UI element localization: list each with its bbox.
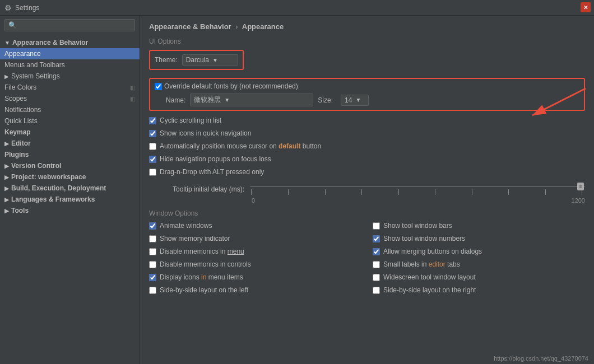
sidebar-item-keymap[interactable]: Keymap <box>0 127 140 138</box>
theme-value: Darcula <box>186 56 209 64</box>
sidebar-item-label: Appearance & Behavior <box>12 39 88 46</box>
sidebar-item-label: System Settings <box>11 72 60 80</box>
sidebar-item-scopes[interactable]: Scopes ◧ <box>0 93 140 104</box>
tick-mark <box>398 189 401 195</box>
checkbox-label: Automatically position mouse cursor on d… <box>160 142 321 150</box>
window-options-left: Animate windows Show memory indicator Di… <box>149 221 361 298</box>
sidebar-item-label: Plugins <box>4 151 29 158</box>
slider-container[interactable]: ≡ <box>250 181 585 197</box>
checkbox-small-labels: Small labels in editor tabs <box>373 259 585 269</box>
cyclic-scrolling-checkbox[interactable] <box>149 117 156 124</box>
checkbox-side-by-side-left: Side-by-side layout on the left <box>149 285 361 295</box>
sidebar-item-notifications[interactable]: Notifications <box>0 104 140 115</box>
title-bar: ⚙ Settings ✕ <box>0 0 594 16</box>
sidebar-item-label: Menus and Toolbars <box>4 61 65 69</box>
theme-select[interactable]: Darcula ▼ <box>182 54 238 66</box>
allow-merging-checkbox[interactable] <box>373 248 380 255</box>
show-icons-checkbox[interactable] <box>149 130 156 137</box>
window-title: Settings <box>15 4 39 12</box>
search-box[interactable]: 🔍 <box>4 19 135 31</box>
tick-mark <box>288 189 290 195</box>
font-size-value: 14 <box>345 96 352 104</box>
sidebar-item-file-colors[interactable]: File Colors ◧ <box>0 82 140 93</box>
checkbox-side-by-side-right: Side-by-side layout on the right <box>373 285 585 295</box>
window-options-grid: Animate windows Show memory indicator Di… <box>149 221 585 298</box>
checkbox-label: Cyclic scrolling in list <box>160 116 221 124</box>
checkbox-hide-nav: Hide navigation popups on focus loss <box>149 154 585 164</box>
expand-arrow: ▶ <box>4 141 9 147</box>
checkbox-animate-windows: Animate windows <box>149 221 361 231</box>
sidebar-item-label: Build, Execution, Deployment <box>11 184 106 192</box>
display-icons-checkbox[interactable] <box>149 274 156 281</box>
override-label: Override default fonts by (not recommend… <box>164 82 300 90</box>
checkbox-label: Small labels in editor tabs <box>383 260 460 268</box>
sidebar-item-plugins[interactable]: Plugins <box>0 149 140 160</box>
slider-thumb-icon: ≡ <box>579 184 582 189</box>
sidebar-item-menus-toolbars[interactable]: Menus and Toolbars <box>0 59 140 71</box>
search-input[interactable] <box>19 21 131 29</box>
disable-mnemonics-controls-checkbox[interactable] <box>149 261 156 268</box>
tick-mark <box>435 189 437 195</box>
checkbox-disable-mnemonics-controls: Disable mnemonics in controls <box>149 259 361 269</box>
side-by-side-right-checkbox[interactable] <box>373 287 380 294</box>
side-by-side-left-checkbox[interactable] <box>149 287 156 294</box>
font-size-select[interactable]: 14 ▼ <box>341 95 369 106</box>
sidebar-item-build[interactable]: ▶ Build, Execution, Deployment <box>0 183 140 194</box>
sidebar-item-languages[interactable]: ▶ Languages & Frameworks <box>0 194 140 205</box>
checkbox-drag-n-drop: Drag-n-Drop with ALT pressed only <box>149 167 585 177</box>
checkbox-show-memory: Show memory indicator <box>149 234 361 244</box>
expand-arrow: ▶ <box>4 208 9 214</box>
font-name-select[interactable]: 微软雅黑 ▼ <box>190 94 313 106</box>
auto-position-checkbox[interactable] <box>149 143 156 150</box>
sidebar-item-label: Quick Lists <box>4 117 38 125</box>
disable-mnemonics-menu-checkbox[interactable] <box>149 248 156 255</box>
tick-mark <box>361 189 364 195</box>
checkbox-label: Show memory indicator <box>160 235 230 242</box>
checkbox-show-tool-numbers: Show tool window numbers <box>373 234 585 244</box>
tick-mark <box>508 189 511 195</box>
theme-highlight-box: Theme: Darcula ▼ <box>149 50 244 70</box>
sidebar-item-appearance[interactable]: Appearance <box>0 48 140 59</box>
window-options-title: Window Options <box>149 209 585 217</box>
widescreen-checkbox[interactable] <box>373 274 380 281</box>
theme-row: Theme: Darcula ▼ <box>155 54 238 66</box>
search-icon: 🔍 <box>8 21 17 29</box>
show-tool-bars-checkbox[interactable] <box>373 222 380 230</box>
checkbox-label: Drag-n-Drop with ALT pressed only <box>160 168 264 176</box>
sidebar-item-tools[interactable]: ▶ Tools <box>0 205 140 216</box>
window-options-right: Show tool window bars Show tool window n… <box>373 221 585 298</box>
drag-n-drop-checkbox[interactable] <box>149 169 156 176</box>
checkbox-widescreen: Widescreen tool window layout <box>373 272 585 282</box>
expand-arrow: ▶ <box>4 174 9 180</box>
animate-windows-checkbox[interactable] <box>149 222 156 230</box>
checkbox-label: Hide navigation popups on focus loss <box>160 155 271 163</box>
sidebar-item-project[interactable]: ▶ Project: webworkspace <box>0 171 140 183</box>
override-checkbox[interactable] <box>155 83 162 90</box>
show-memory-checkbox[interactable] <box>149 235 156 242</box>
size-label: Size: <box>318 96 333 104</box>
main-layout: 🔍 ▼ Appearance & Behavior Appearance Men… <box>0 16 594 364</box>
show-tool-numbers-checkbox[interactable] <box>373 235 380 242</box>
dropdown-arrow: ▼ <box>355 97 361 103</box>
sidebar-item-label: Version Control <box>11 162 61 170</box>
override-checkbox-row: Override default fonts by (not recommend… <box>155 82 579 90</box>
tick-mark <box>472 189 474 195</box>
footer-url: https://blog.csdn.net/qq_43270074 <box>494 355 588 362</box>
ui-checkboxes: Cyclic scrolling in list Show icons in q… <box>149 115 585 177</box>
sidebar-item-label: Project: webworkspace <box>11 173 86 181</box>
breadcrumb-part2: Appearance <box>242 22 284 31</box>
close-button[interactable]: ✕ <box>581 2 591 12</box>
checkbox-label: Disable mnemonics in controls <box>160 260 251 268</box>
sidebar-item-appearance-behavior[interactable]: ▼ Appearance & Behavior <box>0 37 140 48</box>
sidebar-item-editor[interactable]: ▶ Editor <box>0 138 140 149</box>
small-labels-checkbox[interactable] <box>373 261 380 268</box>
content-area: Appearance & Behavior › Appearance UI Op… <box>140 16 594 305</box>
dropdown-arrow: ▼ <box>224 97 230 103</box>
sidebar-item-label: Tools <box>11 207 29 214</box>
sidebar-item-version-control[interactable]: ▶ Version Control <box>0 160 140 171</box>
sidebar-item-label: File Colors <box>4 83 36 91</box>
sidebar-item-system-settings[interactable]: ▶ System Settings <box>0 71 140 82</box>
sidebar-item-quick-lists[interactable]: Quick Lists <box>0 115 140 127</box>
hide-nav-checkbox[interactable] <box>149 156 156 163</box>
expand-arrow: ▼ <box>4 40 10 46</box>
